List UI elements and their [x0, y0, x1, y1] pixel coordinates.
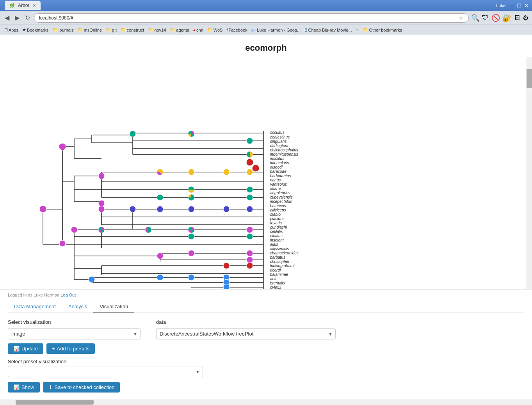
- show-chart-icon: 📊: [13, 384, 20, 390]
- svg-point-119: [247, 169, 253, 175]
- svg-point-146: [247, 263, 253, 269]
- svg-point-144: [252, 165, 259, 172]
- folder-journals-icon: 📁: [52, 27, 58, 32]
- data-select[interactable]: DiscreteAncestralStatesWorkflow treePlot: [156, 328, 336, 339]
- back-button[interactable]: ◀: [3, 13, 11, 22]
- species-label: incepectatus: [270, 199, 292, 204]
- tab-close-button[interactable]: ✕: [32, 3, 36, 8]
- preset-select[interactable]: [8, 366, 203, 377]
- bookmark-journals-label: journals: [59, 28, 74, 32]
- svg-point-149: [188, 274, 194, 281]
- star-bm-icon: ★: [22, 27, 26, 32]
- svg-point-112: [59, 240, 66, 247]
- tab-data-management[interactable]: Data Management: [8, 301, 62, 313]
- show-label: Show: [21, 384, 34, 390]
- bookmark-journals[interactable]: 📁 journals: [51, 27, 75, 32]
- h-scroll-thumb[interactable]: [16, 400, 94, 405]
- ext-icon-3[interactable]: 🚫: [491, 14, 500, 22]
- species-label: alliciceps: [270, 208, 286, 212]
- folder-git-icon: 📁: [106, 27, 111, 32]
- species-label: barbatus: [270, 255, 285, 259]
- address-bar[interactable]: localhost:9080/# ☆: [34, 13, 469, 23]
- update-label: Update: [21, 346, 38, 352]
- chart-icon: 📊: [13, 346, 20, 352]
- species-label: balaminae: [270, 272, 288, 277]
- species-label: alfaroi: [270, 187, 281, 191]
- species-label: alius: [270, 242, 278, 247]
- svg-point-125: [247, 194, 253, 201]
- bookmark-nov14[interactable]: 📁 nov14: [147, 27, 167, 32]
- species-label: darlingtoni: [270, 144, 288, 148]
- bookmark-construct-label: construct: [127, 28, 144, 32]
- tab-visualization[interactable]: Visualization: [93, 301, 134, 313]
- species-label: cylex3: [270, 285, 281, 289]
- species-label: occultus: [270, 130, 285, 135]
- forward-button[interactable]: ▶: [13, 13, 21, 22]
- species-label: dolichocephalus: [270, 148, 298, 152]
- data-label: data: [156, 319, 336, 325]
- navigation-bar: ◀ ▶ ↻ localhost:9080/# ☆ 🔍 🛡 🚫 🔐 🖥 ⚙: [0, 11, 532, 25]
- bookmark-apps-label: Apps: [9, 28, 18, 32]
- logout-link[interactable]: Log Out: [60, 293, 76, 297]
- svg-point-115: [98, 173, 105, 179]
- svg-point-129: [188, 206, 194, 212]
- svg-point-122: [98, 200, 105, 206]
- bookmark-bluray[interactable]: B Cheap Blu-ray Movie...: [303, 28, 353, 32]
- data-select-group: data DiscreteAncestralStatesWorkflow tre…: [156, 319, 336, 339]
- species-label: angoleurius: [270, 191, 290, 195]
- species-label: baracoae: [270, 169, 286, 174]
- ext-icon-4[interactable]: 🔐: [502, 14, 511, 22]
- add-presets-button[interactable]: + Add to presets: [46, 343, 95, 354]
- bookmark-git[interactable]: 📁 git: [105, 27, 118, 32]
- bookmark-bookmarks[interactable]: ★ Bookmarks: [21, 27, 50, 32]
- refresh-button[interactable]: ↻: [23, 13, 32, 22]
- species-label: indomituspensis: [270, 152, 298, 156]
- bookmark-wos[interactable]: 📁 WoS: [206, 27, 224, 32]
- bookmark-msonline[interactable]: 📁 msOnline: [77, 27, 103, 32]
- horizontal-scrollbar[interactable]: [0, 399, 532, 405]
- ext-icon-1[interactable]: 🔍: [471, 14, 480, 22]
- ext-icon-6[interactable]: ⚙: [523, 14, 529, 22]
- restore-button[interactable]: ☐: [517, 3, 521, 9]
- species-label: insolitus: [270, 156, 284, 161]
- bookmark-luke-google[interactable]: g+ Luke Harmon - Goog...: [250, 28, 302, 32]
- tab-analysis[interactable]: Analysis: [62, 301, 93, 313]
- vertical-scrollbar[interactable]: [526, 57, 532, 289]
- bookmark-apps[interactable]: ⊞ Apps: [3, 27, 20, 32]
- save-collection-button[interactable]: ⬇ Save to checked collection: [43, 382, 120, 393]
- apps-icon: ⊞: [4, 27, 8, 32]
- species-label: barbouratus: [270, 174, 291, 178]
- add-presets-label: Add to presets: [57, 346, 90, 352]
- bookmark-cnn[interactable]: ● cnn: [192, 28, 204, 32]
- svg-point-148: [157, 274, 163, 281]
- species-label: olcatus: [270, 234, 283, 238]
- preset-label: Select preset visualization: [8, 359, 524, 364]
- bluray-icon: B: [304, 28, 307, 32]
- bookmark-construct[interactable]: 📁 construct: [119, 27, 146, 32]
- browser-tab[interactable]: 🌿 Arbor ✕: [5, 1, 41, 10]
- ext-icon-2[interactable]: 🛡: [482, 14, 489, 22]
- svg-point-110: [39, 206, 46, 213]
- bookmark-facebook[interactable]: f Facebook: [225, 28, 248, 32]
- bookmark-agents[interactable]: 📁 agents: [169, 27, 190, 32]
- main-tabs: Data Management Analysis Visualization: [8, 301, 524, 313]
- plus-icon: +: [52, 346, 55, 352]
- scrollbar-thumb[interactable]: [527, 69, 532, 88]
- star-icon[interactable]: ☆: [459, 15, 464, 21]
- update-button[interactable]: 📊 Update: [8, 343, 43, 354]
- viz-select[interactable]: image: [8, 328, 141, 339]
- folder-other-icon: 📁: [363, 27, 368, 32]
- svg-point-138: [247, 233, 253, 240]
- bookmark-other[interactable]: 📁 Other bookmarks: [362, 27, 403, 32]
- google-plus-icon: g+: [251, 28, 256, 32]
- minimize-button[interactable]: —: [509, 3, 514, 9]
- show-button[interactable]: 📊 Show: [8, 382, 40, 393]
- svg-point-131: [247, 206, 253, 212]
- species-label: chamaeleonides: [270, 251, 299, 255]
- species-label: coelestinus: [270, 135, 290, 139]
- close-button[interactable]: ✕: [525, 3, 529, 9]
- address-bar-icons: ☆: [459, 15, 464, 21]
- bookmark-wos-label: WoS: [214, 28, 223, 32]
- ext-icon-5[interactable]: 🖥: [513, 14, 520, 22]
- bookmarks-more[interactable]: »: [356, 28, 358, 32]
